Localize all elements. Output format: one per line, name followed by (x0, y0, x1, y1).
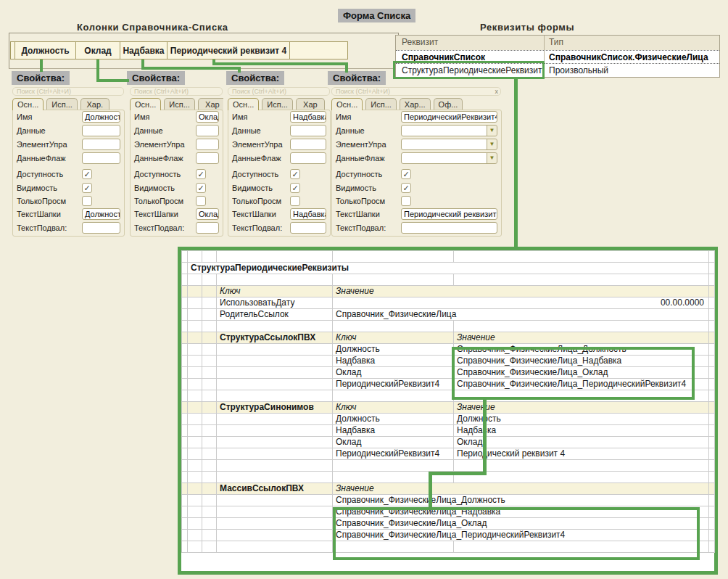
spreadsheet-cell-empty[interactable] (709, 541, 715, 553)
property-input-ДанныеФлаж[interactable] (82, 152, 120, 164)
spreadsheet-cell-empty[interactable] (709, 332, 715, 344)
spreadsheet-cell-empty[interactable] (188, 437, 202, 448)
spreadsheet-cell-empty[interactable] (188, 356, 202, 367)
spreadsheet-cell-empty[interactable] (709, 483, 715, 495)
property-checkbox-ТолькоПросм[interactable] (401, 196, 411, 206)
property-input-ДанныеФлаж[interactable] (196, 152, 219, 164)
spreadsheet-cell[interactable]: Должность (333, 344, 454, 356)
spreadsheet-cell[interactable]: ИспользоватьДату (217, 297, 333, 309)
spreadsheet-cell-empty[interactable] (188, 274, 202, 286)
spreadsheet-cell-empty[interactable] (709, 437, 715, 448)
spreadsheet-cell-empty[interactable] (333, 274, 454, 286)
spreadsheet-cell-empty[interactable] (709, 414, 715, 425)
property-input-ТекстПодвал:[interactable] (82, 222, 120, 234)
spreadsheet-cell-empty[interactable] (202, 251, 217, 263)
spreadsheet-cell-empty[interactable] (202, 274, 217, 286)
attrs-row-spravochnik[interactable]: СправочникСписок СправочникСписок.Физиче… (396, 50, 719, 64)
spreadsheet-cell-empty[interactable] (202, 332, 217, 344)
spreadsheet-cell-empty[interactable] (202, 402, 217, 414)
close-icon[interactable]: x (495, 88, 499, 95)
property-checkbox-Видимость[interactable]: ✓ (196, 183, 206, 193)
property-input-ТекстПодвал:[interactable] (196, 222, 219, 234)
spreadsheet-cell-empty[interactable] (202, 297, 217, 309)
property-input-ТекстПодвал:[interactable] (401, 222, 497, 234)
property-checkbox-Доступность[interactable]: ✓ (82, 169, 92, 179)
property-checkbox-Видимость[interactable]: ✓ (401, 183, 411, 193)
spreadsheet-cell-empty[interactable] (217, 448, 333, 460)
spreadsheet-cell-empty[interactable] (333, 541, 454, 553)
attrs-col-attribute[interactable]: Реквизит (396, 36, 545, 50)
spreadsheet-cell-empty[interactable] (217, 437, 333, 448)
spreadsheet-cell-empty[interactable] (182, 251, 188, 263)
spreadsheet-cell-empty[interactable] (188, 379, 202, 390)
spreadsheet-cell-empty[interactable] (217, 460, 333, 472)
spreadsheet-cell[interactable]: Оклад (333, 367, 454, 379)
properties-search-input[interactable]: Поиск (Ctrl+Alt+И) (228, 87, 330, 96)
dropdown-arrow-icon[interactable]: ▼ (487, 152, 497, 164)
spreadsheet-cell-empty[interactable] (182, 460, 188, 472)
spreadsheet-cell-empty[interactable] (188, 251, 202, 263)
spreadsheet-cell-empty[interactable] (202, 356, 217, 367)
tab-Оф[interactable]: Оф... (434, 98, 463, 110)
spreadsheet-cell-empty[interactable] (202, 367, 217, 379)
spreadsheet-cell-empty[interactable] (709, 402, 715, 414)
property-checkbox-Видимость[interactable]: ✓ (82, 183, 92, 193)
spreadsheet-cell[interactable]: Надбавка (333, 356, 454, 367)
spreadsheet-cell-empty[interactable] (709, 321, 715, 332)
spreadsheet-cell[interactable]: СтруктураСинонимов (217, 402, 333, 414)
spreadsheet-cell-empty[interactable] (333, 321, 454, 332)
spreadsheet-cell-empty[interactable] (182, 309, 188, 321)
spreadsheet-cell-empty[interactable] (188, 344, 202, 356)
spreadsheet-cell-empty[interactable] (709, 356, 715, 367)
spreadsheet-cell-empty[interactable] (333, 460, 454, 472)
spreadsheet-cell-empty[interactable] (709, 309, 715, 321)
spreadsheet-cell-empty[interactable] (709, 367, 715, 379)
spreadsheet-cell[interactable]: Должность (333, 414, 454, 425)
spreadsheet-cell-empty[interactable] (709, 530, 715, 541)
spreadsheet-cell-empty[interactable] (217, 414, 333, 425)
spreadsheet-cell-empty[interactable] (709, 425, 715, 437)
tab-Исп[interactable]: Исп... (365, 98, 397, 110)
spreadsheet-cell[interactable]: Ключ (333, 332, 454, 344)
spreadsheet-cell[interactable]: МассивСсылокПВХ (217, 483, 333, 495)
spreadsheet-cell-empty[interactable] (182, 541, 188, 553)
spreadsheet-cell[interactable]: Надбавка (454, 425, 709, 437)
tab-Осн[interactable]: Осн... (228, 98, 259, 110)
spreadsheet-cell-empty[interactable] (709, 379, 715, 390)
spreadsheet-cell-empty[interactable] (202, 472, 217, 483)
spreadsheet-cell-empty[interactable] (217, 495, 333, 506)
dropdown-arrow-icon[interactable]: ▼ (487, 139, 497, 150)
property-checkbox-Видимость[interactable]: ✓ (290, 183, 300, 193)
property-input-ТекстПодвал:[interactable] (290, 222, 326, 234)
spreadsheet-cell-empty[interactable] (188, 332, 202, 344)
spreadsheet-cell[interactable]: Должность (454, 414, 709, 425)
spreadsheet-cell-empty[interactable] (202, 425, 217, 437)
spreadsheet-cell-empty[interactable] (188, 506, 202, 518)
spreadsheet-cell-empty[interactable] (182, 483, 188, 495)
spreadsheet-cell-empty[interactable] (454, 321, 709, 332)
property-input-Имя[interactable]: Надбавка (290, 111, 326, 123)
attrs-row-struktura[interactable]: СтруктураПериодическиеРеквизиты Произвол… (396, 64, 719, 77)
property-input-Данные[interactable]: ▼ (401, 125, 497, 136)
spreadsheet-cell-empty[interactable] (217, 344, 333, 356)
spreadsheet-cell-empty[interactable] (709, 390, 715, 402)
property-input-ДанныеФлаж[interactable] (290, 152, 326, 164)
spreadsheet-cell-empty[interactable] (188, 390, 202, 402)
spreadsheet-cell-empty[interactable] (217, 356, 333, 367)
spreadsheet-cell-empty[interactable] (188, 518, 202, 530)
spreadsheet-cell-empty[interactable] (188, 402, 202, 414)
spreadsheet-cell-empty[interactable] (217, 379, 333, 390)
spreadsheet-cell-empty[interactable] (188, 286, 202, 297)
spreadsheet-cell-empty[interactable] (188, 541, 202, 553)
spreadsheet-cell[interactable]: Периодический реквизит 4 (454, 448, 709, 460)
spreadsheet-cell-empty[interactable] (202, 390, 217, 402)
spreadsheet-cell-empty[interactable] (182, 472, 188, 483)
column-header[interactable]: Должность (15, 41, 76, 59)
spreadsheet-cell-empty[interactable] (182, 367, 188, 379)
property-input-Имя[interactable]: ПериодическийРеквизит4 (401, 111, 497, 123)
spreadsheet-cell-empty[interactable] (217, 472, 333, 483)
spreadsheet-cell-empty[interactable] (182, 448, 188, 460)
spreadsheet-cell-empty[interactable] (709, 460, 715, 472)
spreadsheet-cell[interactable]: Оклад (333, 437, 454, 448)
spreadsheet-cell-empty[interactable] (188, 367, 202, 379)
